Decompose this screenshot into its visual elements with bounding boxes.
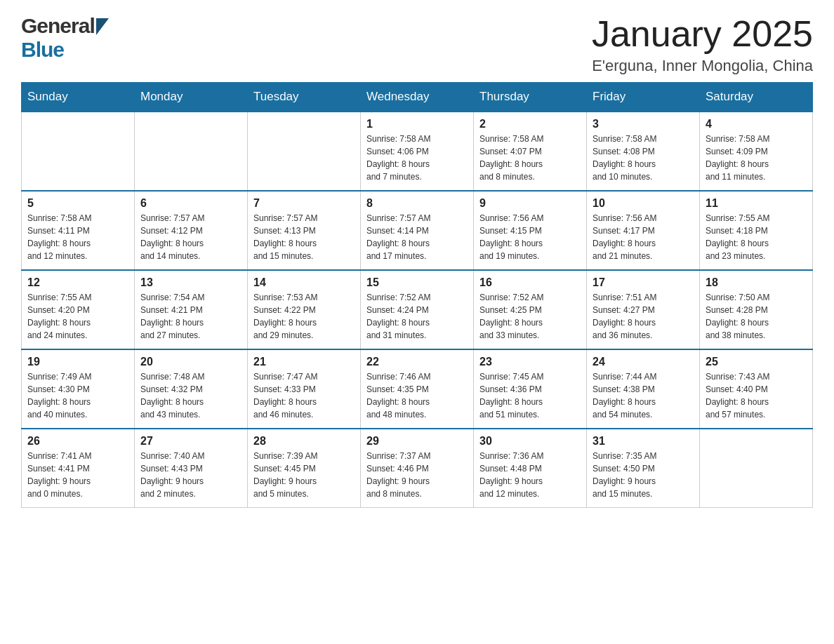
calendar-cell-w5-d5: 30Sunrise: 7:36 AMSunset: 4:48 PMDayligh… [474, 429, 587, 508]
calendar-cell-w2-d3: 7Sunrise: 7:57 AMSunset: 4:13 PMDaylight… [248, 191, 361, 270]
day-number: 10 [593, 197, 694, 210]
calendar-cell-w1-d3 [248, 112, 361, 191]
day-number: 24 [593, 356, 694, 368]
day-number: 17 [593, 276, 694, 289]
day-info: Sunrise: 7:57 AMSunset: 4:13 PMDaylight:… [253, 212, 355, 262]
day-number: 26 [27, 435, 128, 448]
header-tuesday: Tuesday [248, 83, 361, 112]
calendar-cell-w1-d2 [135, 112, 248, 191]
header-row: Sunday Monday Tuesday Wednesday Thursday… [22, 83, 813, 112]
calendar-cell-w3-d5: 16Sunrise: 7:52 AMSunset: 4:25 PMDayligh… [474, 270, 587, 349]
header-sunday: Sunday [22, 83, 135, 112]
day-number: 9 [479, 197, 581, 210]
page-subtitle: E'erguna, Inner Mongolia, China [592, 57, 813, 75]
week-row-1: 1Sunrise: 7:58 AMSunset: 4:06 PMDaylight… [22, 112, 813, 191]
calendar-cell-w3-d3: 14Sunrise: 7:53 AMSunset: 4:22 PMDayligh… [248, 270, 361, 349]
calendar-cell-w2-d7: 11Sunrise: 7:55 AMSunset: 4:18 PMDayligh… [700, 191, 813, 270]
calendar-cell-w1-d1 [22, 112, 135, 191]
calendar-cell-w1-d7: 4Sunrise: 7:58 AMSunset: 4:09 PMDaylight… [700, 112, 813, 191]
day-info: Sunrise: 7:58 AMSunset: 4:11 PMDaylight:… [27, 212, 128, 262]
page-header: General Blue January 2025 E'erguna, Inne… [21, 14, 813, 75]
day-info: Sunrise: 7:47 AMSunset: 4:33 PMDaylight:… [253, 370, 355, 421]
logo-blue-text: Blue [21, 38, 64, 61]
day-number: 19 [27, 356, 128, 368]
day-number: 25 [706, 356, 807, 368]
calendar-cell-w4-d7: 25Sunrise: 7:43 AMSunset: 4:40 PMDayligh… [700, 349, 813, 429]
header-friday: Friday [587, 83, 700, 112]
calendar-cell-w3-d1: 12Sunrise: 7:55 AMSunset: 4:20 PMDayligh… [22, 270, 135, 349]
day-info: Sunrise: 7:44 AMSunset: 4:38 PMDaylight:… [593, 370, 694, 421]
header-wednesday: Wednesday [361, 83, 474, 112]
calendar-cell-w5-d6: 31Sunrise: 7:35 AMSunset: 4:50 PMDayligh… [587, 429, 700, 508]
week-row-5: 26Sunrise: 7:41 AMSunset: 4:41 PMDayligh… [22, 429, 813, 508]
calendar-table: Sunday Monday Tuesday Wednesday Thursday… [21, 82, 813, 508]
title-section: January 2025 E'erguna, Inner Mongolia, C… [592, 14, 813, 75]
week-row-4: 19Sunrise: 7:49 AMSunset: 4:30 PMDayligh… [22, 349, 813, 429]
day-number: 30 [479, 435, 581, 448]
day-number: 1 [366, 118, 468, 130]
calendar-cell-w3-d4: 15Sunrise: 7:52 AMSunset: 4:24 PMDayligh… [361, 270, 474, 349]
calendar-cell-w5-d4: 29Sunrise: 7:37 AMSunset: 4:46 PMDayligh… [361, 429, 474, 508]
day-number: 12 [27, 276, 128, 289]
calendar-cell-w2-d4: 8Sunrise: 7:57 AMSunset: 4:14 PMDaylight… [361, 191, 474, 270]
day-info: Sunrise: 7:58 AMSunset: 4:09 PMDaylight:… [706, 133, 807, 183]
day-number: 31 [593, 435, 694, 448]
calendar-cell-w4-d6: 24Sunrise: 7:44 AMSunset: 4:38 PMDayligh… [587, 349, 700, 429]
calendar-cell-w3-d6: 17Sunrise: 7:51 AMSunset: 4:27 PMDayligh… [587, 270, 700, 349]
day-info: Sunrise: 7:55 AMSunset: 4:18 PMDaylight:… [706, 212, 807, 262]
day-number: 14 [253, 276, 355, 289]
week-row-3: 12Sunrise: 7:55 AMSunset: 4:20 PMDayligh… [22, 270, 813, 349]
calendar-cell-w5-d2: 27Sunrise: 7:40 AMSunset: 4:43 PMDayligh… [135, 429, 248, 508]
day-info: Sunrise: 7:57 AMSunset: 4:12 PMDaylight:… [140, 212, 241, 262]
day-info: Sunrise: 7:49 AMSunset: 4:30 PMDaylight:… [27, 370, 128, 421]
calendar-cell-w1-d4: 1Sunrise: 7:58 AMSunset: 4:06 PMDaylight… [361, 112, 474, 191]
day-number: 18 [706, 276, 807, 289]
day-number: 15 [366, 276, 468, 289]
logo: General Blue [21, 14, 109, 62]
day-number: 16 [479, 276, 581, 289]
logo-chevron-icon [96, 18, 109, 38]
day-number: 7 [253, 197, 355, 210]
day-info: Sunrise: 7:58 AMSunset: 4:06 PMDaylight:… [366, 133, 468, 183]
calendar-cell-w3-d2: 13Sunrise: 7:54 AMSunset: 4:21 PMDayligh… [135, 270, 248, 349]
day-number: 5 [27, 197, 128, 210]
day-info: Sunrise: 7:37 AMSunset: 4:46 PMDaylight:… [366, 450, 468, 500]
svg-marker-0 [96, 18, 109, 35]
day-info: Sunrise: 7:36 AMSunset: 4:48 PMDaylight:… [479, 450, 581, 500]
calendar-cell-w4-d4: 22Sunrise: 7:46 AMSunset: 4:35 PMDayligh… [361, 349, 474, 429]
day-number: 6 [140, 197, 241, 210]
day-number: 13 [140, 276, 241, 289]
header-saturday: Saturday [700, 83, 813, 112]
day-number: 4 [706, 118, 807, 130]
day-number: 21 [253, 356, 355, 368]
day-info: Sunrise: 7:54 AMSunset: 4:21 PMDaylight:… [140, 291, 241, 342]
calendar-cell-w5-d3: 28Sunrise: 7:39 AMSunset: 4:45 PMDayligh… [248, 429, 361, 508]
calendar-cell-w4-d2: 20Sunrise: 7:48 AMSunset: 4:32 PMDayligh… [135, 349, 248, 429]
day-info: Sunrise: 7:56 AMSunset: 4:15 PMDaylight:… [479, 212, 581, 262]
calendar-cell-w2-d6: 10Sunrise: 7:56 AMSunset: 4:17 PMDayligh… [587, 191, 700, 270]
logo-general-text: General [21, 14, 95, 38]
calendar-cell-w4-d1: 19Sunrise: 7:49 AMSunset: 4:30 PMDayligh… [22, 349, 135, 429]
calendar-cell-w5-d1: 26Sunrise: 7:41 AMSunset: 4:41 PMDayligh… [22, 429, 135, 508]
calendar-header: Sunday Monday Tuesday Wednesday Thursday… [22, 83, 813, 112]
day-number: 20 [140, 356, 241, 368]
day-info: Sunrise: 7:51 AMSunset: 4:27 PMDaylight:… [593, 291, 694, 342]
day-info: Sunrise: 7:39 AMSunset: 4:45 PMDaylight:… [253, 450, 355, 500]
day-info: Sunrise: 7:35 AMSunset: 4:50 PMDaylight:… [593, 450, 694, 500]
day-number: 23 [479, 356, 581, 368]
calendar-cell-w2-d1: 5Sunrise: 7:58 AMSunset: 4:11 PMDaylight… [22, 191, 135, 270]
day-info: Sunrise: 7:58 AMSunset: 4:08 PMDaylight:… [593, 133, 694, 183]
day-info: Sunrise: 7:45 AMSunset: 4:36 PMDaylight:… [479, 370, 581, 421]
day-number: 28 [253, 435, 355, 448]
day-number: 22 [366, 356, 468, 368]
calendar-cell-w1-d5: 2Sunrise: 7:58 AMSunset: 4:07 PMDaylight… [474, 112, 587, 191]
day-number: 29 [366, 435, 468, 448]
day-number: 3 [593, 118, 694, 130]
page-title: January 2025 [592, 14, 813, 54]
day-info: Sunrise: 7:53 AMSunset: 4:22 PMDaylight:… [253, 291, 355, 342]
calendar-cell-w5-d7 [700, 429, 813, 508]
day-info: Sunrise: 7:52 AMSunset: 4:25 PMDaylight:… [479, 291, 581, 342]
header-thursday: Thursday [474, 83, 587, 112]
day-number: 2 [479, 118, 581, 130]
day-info: Sunrise: 7:48 AMSunset: 4:32 PMDaylight:… [140, 370, 241, 421]
